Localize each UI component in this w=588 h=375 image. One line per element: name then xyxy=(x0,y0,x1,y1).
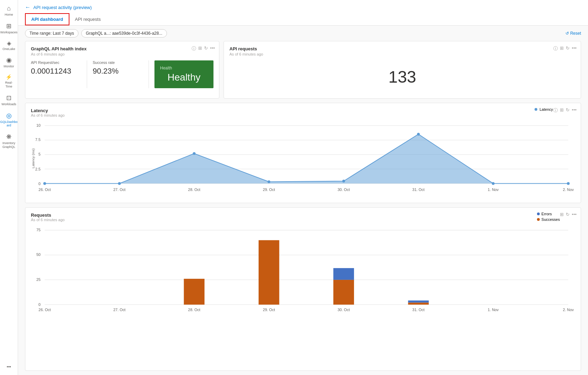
info-icon2[interactable]: ⓘ xyxy=(553,45,558,52)
grid-icon[interactable]: ⊞ xyxy=(198,45,202,52)
latency-chart-svg: 10 7.5 5 2.5 0 Latency (ms) xyxy=(31,120,575,197)
tab-api-dashboard[interactable]: API dashboard xyxy=(25,13,69,25)
latency-point-3 xyxy=(268,181,270,183)
sidebar-item-workloads[interactable]: ⊡ Workloads xyxy=(1,92,17,108)
reset-icon: ↺ xyxy=(565,31,569,36)
page-title: API request activity (preview) xyxy=(33,5,92,10)
sidebar-label-workloads: Workloads xyxy=(1,102,16,106)
svg-text:27. Oct: 27. Oct xyxy=(113,188,125,192)
grid-icon4[interactable]: ⊞ xyxy=(560,212,564,217)
workspaces-icon: ⊞ xyxy=(6,22,11,30)
tabs-row: API dashboard API requests xyxy=(25,13,581,25)
health-card: GraphQL API health index As of 6 minutes… xyxy=(25,41,219,99)
bar-oct28-successes xyxy=(184,279,205,305)
health-status-block: Health Healthy xyxy=(154,60,213,88)
successes-legend-dot xyxy=(537,218,540,221)
requests-chart-subtitle: As of 6 minutes ago xyxy=(31,218,575,222)
svg-text:28. Oct: 28. Oct xyxy=(188,188,200,192)
filter-bar: Time range: Last 7 days GraphQL a...: aa… xyxy=(18,26,588,41)
back-navigation[interactable]: ← API request activity (preview) xyxy=(25,4,581,10)
health-card-metrics: API Request/sec 0.00011243 Success rate … xyxy=(31,60,213,88)
latency-chart-subtitle: As of 6 minutes ago xyxy=(31,113,575,117)
sidebar-item-home[interactable]: ⌂ Home xyxy=(1,3,17,19)
sidebar-item-monitor[interactable]: ◉ Monitor xyxy=(1,54,17,70)
requests-chart-svg: 75 50 25 0 26. Oct 27. Oct 28. Oct 29. xyxy=(31,225,575,322)
svg-text:27. Oct: 27. Oct xyxy=(113,308,125,312)
health-big-label: Healthy xyxy=(168,72,201,83)
sidebar-label-monitor: Monitor xyxy=(3,65,14,68)
refresh-icon[interactable]: ↻ xyxy=(204,45,208,52)
errors-legend-dot xyxy=(537,212,540,215)
monitor-icon: ◉ xyxy=(6,56,12,64)
bar-oct31-errors xyxy=(408,300,429,302)
home-icon: ⌂ xyxy=(7,5,11,12)
refresh-icon3[interactable]: ↻ xyxy=(566,107,570,114)
info-icon3[interactable]: ⓘ xyxy=(553,107,558,114)
refresh-icon4[interactable]: ↻ xyxy=(566,212,570,217)
svg-text:50: 50 xyxy=(36,252,41,257)
grid-icon3[interactable]: ⊞ xyxy=(560,107,564,114)
svg-text:2. Nov: 2. Nov xyxy=(563,188,574,192)
info-icon[interactable]: ⓘ xyxy=(192,45,196,52)
sidebar-item-more[interactable]: ••• xyxy=(1,362,17,372)
sidebar-item-gqldashboard[interactable]: ◎ GQLDashbo ard xyxy=(1,110,17,130)
svg-text:30. Oct: 30. Oct xyxy=(338,308,350,312)
svg-text:0: 0 xyxy=(39,182,41,186)
metric-requests-value: 0.00011243 xyxy=(31,67,81,76)
sidebar-item-onelake[interactable]: ◈ OneLake xyxy=(1,38,17,53)
sidebar-label-gqldashboard: GQLDashbo ard xyxy=(0,120,17,128)
svg-text:1. Nov: 1. Nov xyxy=(488,308,499,312)
svg-text:75: 75 xyxy=(36,228,41,232)
more-options-icon2[interactable]: ••• xyxy=(572,45,577,52)
latency-point-7 xyxy=(567,182,570,185)
refresh-icon2[interactable]: ↻ xyxy=(566,45,570,52)
api-requests-card-subtitle: As of 6 minutes ago xyxy=(229,52,575,56)
sidebar-item-realtime[interactable]: ⚡ Real-Time xyxy=(1,72,17,91)
svg-text:29. Oct: 29. Oct xyxy=(263,308,275,312)
sidebar-item-inventorygql[interactable]: ❋ Inventory GraphQL xyxy=(1,131,17,151)
svg-text:26. Oct: 26. Oct xyxy=(39,188,51,192)
svg-text:7.5: 7.5 xyxy=(35,138,41,142)
requests-legend: Errors Successes xyxy=(537,212,560,222)
metric-success-label: Success rate xyxy=(93,60,143,65)
tab-api-requests[interactable]: API requests xyxy=(69,13,106,25)
metric-success-value: 90.23% xyxy=(93,67,143,76)
page-header: ← API request activity (preview) API das… xyxy=(18,0,588,26)
latency-legend-label: Latency xyxy=(539,107,553,111)
time-range-filter[interactable]: Time range: Last 7 days xyxy=(25,29,78,38)
bar-oct30-errors xyxy=(333,268,354,280)
requests-chart-icons: ⊞ ↻ ••• xyxy=(560,212,577,217)
api-requests-value: 133 xyxy=(229,60,575,93)
graphql-api-filter[interactable]: GraphQL a...: aae539de-0c3f-4436-a28... xyxy=(81,29,167,38)
more-options-icon3[interactable]: ••• xyxy=(572,107,577,114)
more-options-icon[interactable]: ••• xyxy=(210,45,215,52)
sidebar-label-workspaces: Workspaces xyxy=(0,31,17,34)
svg-text:26. Oct: 26. Oct xyxy=(39,308,51,312)
sidebar-item-workspaces[interactable]: ⊞ Workspaces xyxy=(1,20,17,36)
latency-point-5 xyxy=(417,133,420,136)
latency-point-0 xyxy=(43,182,46,185)
latency-point-4 xyxy=(342,180,345,183)
workloads-icon: ⊡ xyxy=(6,94,11,102)
latency-line xyxy=(45,134,568,184)
inventorygql-icon: ❋ xyxy=(6,133,11,141)
main-content: ← API request activity (preview) API das… xyxy=(18,0,588,375)
requests-chart-title: Requests xyxy=(31,212,575,218)
reset-button[interactable]: ↺ Reset xyxy=(565,31,581,36)
health-card-icons: ⓘ ⊞ ↻ ••• xyxy=(192,45,215,52)
latency-chart-title: Latency xyxy=(31,108,575,113)
latency-point-1 xyxy=(118,182,121,185)
more-options-icon4[interactable]: ••• xyxy=(572,212,577,217)
latency-legend-dot xyxy=(535,108,537,111)
grid-icon2[interactable]: ⊞ xyxy=(560,45,564,52)
more-icon: ••• xyxy=(7,365,11,369)
latency-point-2 xyxy=(193,152,195,155)
svg-text:5: 5 xyxy=(39,152,41,156)
metric-success-rate: Success rate 90.23% xyxy=(93,60,149,88)
cards-row: GraphQL API health index As of 6 minutes… xyxy=(18,41,588,99)
bar-oct31-successes xyxy=(408,302,429,305)
health-small-label: Health xyxy=(157,66,172,70)
svg-text:28. Oct: 28. Oct xyxy=(188,308,200,312)
errors-legend-label: Errors xyxy=(541,212,552,216)
latency-chart-icons: ⓘ ⊞ ↻ ••• xyxy=(553,107,577,114)
